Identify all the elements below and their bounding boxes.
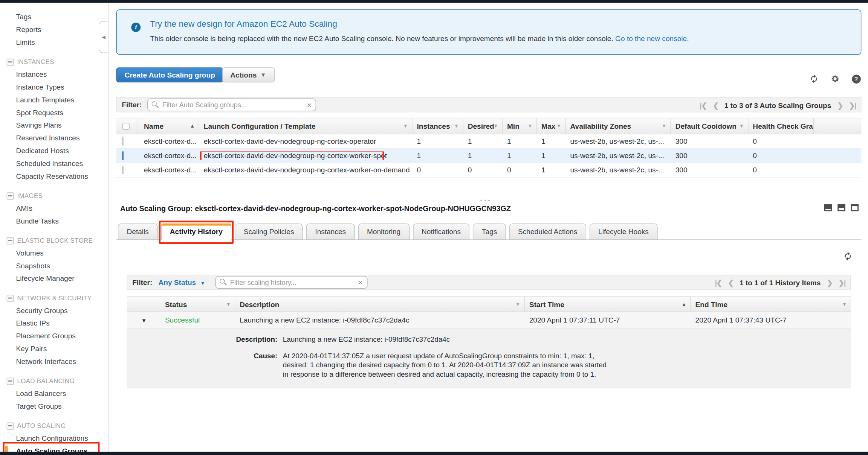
sidebar-item-key-pairs[interactable]: Key Pairs	[0, 342, 108, 355]
col-health-check-grace[interactable]: Health Check Grac▼	[749, 118, 814, 134]
sidebar-item-limits[interactable]: Limits	[0, 36, 108, 49]
tab-notifications[interactable]: Notifications	[413, 224, 469, 240]
sidebar-item-launch-templates[interactable]: Launch Templates	[0, 93, 108, 106]
cell-launch-config: eksctl-cortex-david-dev-nodegroup-ng-cor…	[199, 166, 413, 174]
sidebar-section-auto-scaling[interactable]: AUTO SCALING	[0, 420, 108, 432]
table-row-worker-spot[interactable]: eksctl-cortex-d... eksctl-cortex-david-d…	[116, 149, 862, 163]
collapse-row-icon[interactable]: ▼	[141, 317, 147, 323]
collapse-section-icon[interactable]	[7, 192, 14, 199]
select-all-checkbox[interactable]	[122, 122, 130, 129]
cell-name: eksctl-cortex-d...	[137, 166, 199, 174]
sidebar-item-amis[interactable]: AMIs	[0, 202, 108, 215]
first-page-icon[interactable]: |❮	[715, 279, 722, 287]
col-instances[interactable]: Instances▼	[413, 118, 463, 134]
chevron-down-icon: ▼	[200, 280, 205, 286]
collapse-section-icon[interactable]	[7, 58, 14, 65]
sidebar-item-lifecycle-manager[interactable]: Lifecycle Manager	[0, 272, 108, 285]
sidebar-section-ebs[interactable]: ELASTIC BLOCK STORE	[0, 234, 108, 247]
last-page-icon[interactable]: ❯|	[838, 279, 845, 287]
tab-activity-history[interactable]: Activity History	[161, 224, 231, 240]
sidebar-item-load-balancers[interactable]: Load Balancers	[0, 387, 108, 400]
clear-search-icon[interactable]: ×	[358, 277, 363, 288]
sidebar-item-scheduled-instances[interactable]: Scheduled Instances	[0, 157, 108, 170]
sidebar-item-reserved-instances[interactable]: Reserved Instances	[0, 132, 108, 145]
history-refresh-icon[interactable]	[843, 252, 853, 261]
tab-instances[interactable]: Instances	[306, 224, 355, 240]
row-checkbox[interactable]	[122, 166, 124, 174]
asg-search-input[interactable]	[162, 101, 303, 109]
sidebar-item-instances[interactable]: Instances	[0, 68, 108, 81]
tab-monitoring[interactable]: Monitoring	[358, 224, 409, 240]
sidebar-item-launch-configurations[interactable]: Launch Configurations	[0, 432, 108, 445]
tab-tags[interactable]: Tags	[473, 224, 506, 240]
collapse-section-icon[interactable]	[7, 237, 14, 244]
pane-resize-handle[interactable]	[480, 199, 490, 201]
last-page-icon[interactable]: ❯|	[849, 101, 856, 110]
sidebar-item-security-groups[interactable]: Security Groups	[0, 304, 108, 317]
sidebar-item-spot-requests[interactable]: Spot Requests	[0, 106, 108, 119]
col-status[interactable]: Status▼	[160, 297, 235, 311]
col-min[interactable]: Min▼	[503, 118, 537, 134]
next-page-icon[interactable]: ❯	[837, 101, 843, 110]
prev-page-icon[interactable]: ❮	[713, 101, 718, 110]
pane-layout-large-icon[interactable]	[851, 204, 859, 211]
sidebar-item-dedicated-hosts[interactable]: Dedicated Hosts	[0, 145, 108, 157]
pane-layout-medium-icon[interactable]	[837, 204, 845, 211]
col-availability-zones[interactable]: Availability Zones▼	[566, 118, 671, 134]
col-end-time[interactable]: End Time▼	[691, 297, 851, 311]
sidebar-item-savings-plans[interactable]: Savings Plans	[0, 119, 108, 132]
collapse-section-icon[interactable]	[7, 294, 14, 301]
actions-button[interactable]: Actions ▼	[222, 67, 274, 82]
refresh-icon[interactable]	[809, 74, 819, 84]
col-start-time[interactable]: Start Time▲	[525, 297, 691, 311]
sidebar-item-instance-types[interactable]: Instance Types	[0, 81, 108, 94]
history-search-input[interactable]	[230, 278, 354, 286]
sidebar-item-network-interfaces[interactable]: Network Interfaces	[0, 355, 108, 368]
sidebar-section-load-balancing[interactable]: LOAD BALANCING	[0, 375, 108, 387]
col-name[interactable]: Name▲	[137, 118, 199, 134]
sidebar-item-volumes[interactable]: Volumes	[0, 247, 108, 259]
tab-scheduled-actions[interactable]: Scheduled Actions	[509, 224, 586, 240]
history-row[interactable]: ▼ Successful Launching a new EC2 instanc…	[127, 312, 851, 329]
status-filter-dropdown[interactable]: Any Status ▼	[158, 278, 205, 286]
row-checkbox[interactable]	[122, 137, 124, 145]
cell-instances: 0	[413, 166, 463, 174]
ec2-console-window: Tags Reports Limits INSTANCES Instances …	[0, 0, 868, 455]
sidebar-item-elastic-ips[interactable]: Elastic IPs	[0, 317, 108, 330]
gear-icon[interactable]	[830, 74, 840, 84]
sidebar-section-network-security[interactable]: NETWORK & SECURITY	[0, 292, 108, 304]
sidebar-item-tags[interactable]: Tags	[0, 11, 108, 23]
clear-search-icon[interactable]: ×	[307, 99, 312, 110]
col-max[interactable]: Max▼	[537, 118, 565, 134]
col-default-cooldown[interactable]: Default Cooldown▼	[671, 118, 749, 134]
sidebar-item-reports[interactable]: Reports	[0, 23, 108, 36]
col-desired[interactable]: Desired▼	[463, 118, 503, 134]
pane-layout-small-icon[interactable]	[824, 204, 832, 211]
tab-details[interactable]: Details	[118, 224, 157, 240]
table-row-worker-on-demand[interactable]: eksctl-cortex-d... eksctl-cortex-david-d…	[116, 163, 862, 177]
table-row-operator[interactable]: eksctl-cortex-d... eksctl-cortex-david-d…	[116, 134, 862, 149]
tab-lifecycle-hooks[interactable]: Lifecycle Hooks	[590, 224, 658, 240]
sidebar-section-instances[interactable]: INSTANCES	[0, 56, 108, 68]
help-icon[interactable]: ?	[851, 74, 861, 84]
create-auto-scaling-group-button[interactable]: Create Auto Scaling group	[116, 67, 223, 82]
collapse-section-icon[interactable]	[7, 422, 14, 429]
row-checkbox[interactable]	[122, 152, 124, 160]
sidebar-item-placement-groups[interactable]: Placement Groups	[0, 330, 108, 342]
col-launch-config[interactable]: Launch Configuration / Template▼	[199, 118, 413, 134]
go-to-new-console-link[interactable]: Go to the new console.	[615, 34, 689, 43]
next-page-icon[interactable]: ❯	[827, 279, 833, 287]
sidebar-item-snapshots[interactable]: Snapshots	[0, 259, 108, 272]
actions-button-label: Actions	[230, 71, 257, 79]
sidebar-item-target-groups[interactable]: Target Groups	[0, 400, 108, 412]
sidebar-section-images[interactable]: IMAGES	[0, 190, 108, 202]
prev-page-icon[interactable]: ❮	[728, 279, 734, 287]
sidebar-collapse-handle[interactable]: ◀	[99, 21, 108, 53]
first-page-icon[interactable]: |❮	[700, 101, 706, 110]
tab-scaling-policies[interactable]: Scaling Policies	[235, 224, 303, 240]
sidebar-item-capacity-reservations[interactable]: Capacity Reservations	[0, 170, 108, 183]
sidebar-item-bundle-tasks[interactable]: Bundle Tasks	[0, 215, 108, 227]
col-description[interactable]: Description▼	[235, 297, 524, 311]
banner-title-link[interactable]: Try the new design for Amazon EC2 Auto S…	[150, 19, 337, 29]
collapse-section-icon[interactable]	[7, 377, 14, 385]
